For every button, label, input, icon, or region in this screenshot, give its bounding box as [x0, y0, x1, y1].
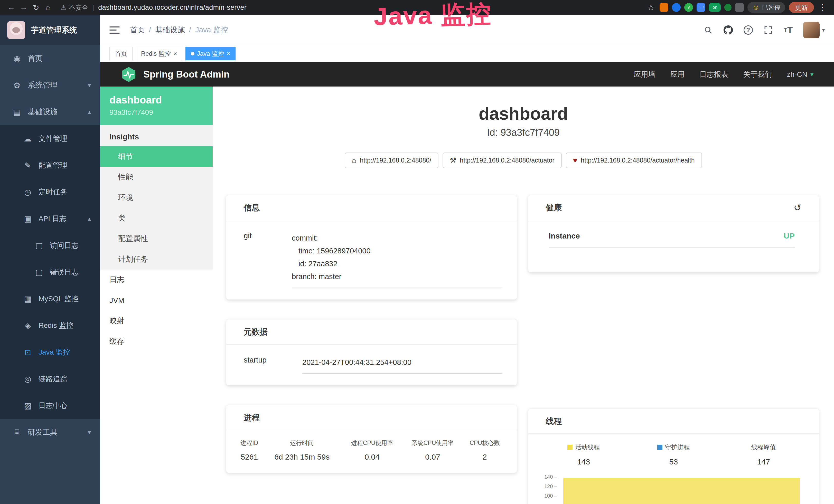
- github-icon[interactable]: [723, 25, 733, 35]
- sba-nav-applications[interactable]: 应用: [671, 70, 685, 79]
- sidebar-item-error-logs[interactable]: ▢ 错误日志: [0, 259, 100, 285]
- sidebar-item-java-monitor[interactable]: ⊡ Java 监控: [0, 339, 100, 366]
- extension-icon[interactable]: v: [684, 3, 693, 12]
- log-center-icon: ▨: [22, 401, 34, 411]
- home-icon[interactable]: ⌂: [42, 3, 54, 12]
- sidebar-item-label: 研发工具: [28, 427, 58, 437]
- history-icon[interactable]: ↺: [794, 202, 802, 213]
- bookmark-star-icon[interactable]: ☆: [647, 3, 655, 12]
- chevron-down-icon: ▾: [822, 27, 825, 33]
- sba-nav-about[interactable]: 关于我们: [743, 70, 772, 79]
- breadcrumb-current: Java 监控: [195, 25, 228, 35]
- sidebar-item-dev-tools[interactable]: ⌸ 研发工具 ▾: [0, 419, 100, 446]
- breadcrumb-infrastructure[interactable]: 基础设施: [155, 25, 185, 35]
- sba-item-details[interactable]: 细节: [100, 146, 213, 167]
- extension-icon[interactable]: ⋮⋮: [697, 3, 705, 12]
- sidebar-item-api-logs[interactable]: ▣ API 日志 ▴: [0, 205, 100, 232]
- sidebar-item-log-center[interactable]: ▨ 日志中心: [0, 392, 100, 419]
- extension-icon[interactable]: [672, 3, 681, 12]
- app-title: 芋道管理系统: [31, 25, 77, 36]
- sidebar-item-infrastructure[interactable]: ▤ 基础设施 ▴: [0, 98, 100, 125]
- infrastructure-submenu: ☁ 文件管理 ✎ 配置管理 ◷ 定时任务 ▣ API 日志 ▴ ▢: [0, 125, 100, 419]
- sidebar-item-file-management[interactable]: ☁ 文件管理: [0, 125, 100, 152]
- chevron-down-icon: ▾: [810, 71, 813, 78]
- sba-nav-wallboard[interactable]: 应用墙: [634, 70, 656, 79]
- sba-navbar: Spring Boot Admin 应用墙 应用 日志报表 关于我们 zh-CN…: [100, 62, 834, 87]
- health-url-button[interactable]: ♥ http://192.168.0.2:48080/actuator/heal…: [566, 153, 702, 168]
- insights-label[interactable]: Insights: [100, 125, 213, 146]
- tab-java-monitor[interactable]: Java 监控 ×: [185, 47, 236, 60]
- tab-redis-monitor[interactable]: Redis 监控 ×: [136, 47, 182, 60]
- sba-item-logs[interactable]: 日志: [100, 270, 213, 290]
- card-title: 健康: [546, 202, 562, 213]
- chevron-up-icon: ▴: [88, 215, 91, 222]
- card-title: 线程: [546, 416, 562, 427]
- extension-icon[interactable]: [724, 4, 731, 11]
- close-icon[interactable]: ×: [226, 50, 230, 57]
- sidebar-item-system[interactable]: ⚙ 系统管理 ▾: [0, 72, 100, 98]
- fullscreen-icon[interactable]: [763, 25, 773, 35]
- hamburger-icon[interactable]: [109, 26, 120, 33]
- sidebar-item-config-management[interactable]: ✎ 配置管理: [0, 152, 100, 179]
- sidebar-item-label: API 日志: [39, 214, 67, 224]
- extension-toggle-icon[interactable]: on: [709, 3, 721, 12]
- user-menu[interactable]: ▾: [803, 22, 825, 38]
- font-size-icon[interactable]: TT: [783, 25, 793, 35]
- sidebar-item-redis-monitor[interactable]: ◈ Redis 监控: [0, 312, 100, 339]
- sba-item-metrics[interactable]: 性能: [100, 167, 213, 187]
- page-subtitle: Id: 93a3fc7f7409: [213, 127, 834, 138]
- sidebar-item-tracing[interactable]: ◎ 链路追踪: [0, 366, 100, 392]
- sba-item-caches[interactable]: 缓存: [100, 331, 213, 352]
- forward-icon[interactable]: →: [18, 3, 30, 12]
- help-icon[interactable]: ?: [743, 25, 753, 35]
- address-bar[interactable]: dashboard.yudao.iocoder.cn/infra/admin-s…: [98, 4, 247, 12]
- back-icon[interactable]: ←: [5, 3, 18, 12]
- breadcrumb-home[interactable]: 首页: [130, 25, 145, 35]
- instance-links: ⌂ http://192.168.0.2:48080/ ⚒ http://192…: [213, 153, 834, 168]
- security-indicator[interactable]: ⚠ 不安全: [61, 3, 88, 12]
- puzzle-extension-icon[interactable]: [735, 3, 744, 12]
- actuator-url-button[interactable]: ⚒ http://192.168.0.2:48080/actuator: [443, 153, 562, 168]
- tab-home[interactable]: 首页: [109, 47, 133, 60]
- trace-icon: ◎: [22, 374, 34, 384]
- error-log-icon: ▢: [33, 268, 45, 277]
- threads-chart: 140 120 100: [539, 474, 809, 504]
- process-table: 进程ID 运行时间 进程CPU使用率 系统CPU使用率 CPU核心数 5261: [237, 439, 506, 461]
- card-title: 进程: [244, 412, 260, 423]
- sba-item-mappings[interactable]: 映射: [100, 311, 213, 331]
- extension-icon[interactable]: [660, 3, 668, 12]
- sidebar-item-scheduled-jobs[interactable]: ◷ 定时任务: [0, 179, 100, 205]
- app-logo-row[interactable]: 芋道管理系统: [0, 15, 100, 45]
- tags-bar: 首页 Redis 监控 × Java 监控 ×: [100, 45, 834, 62]
- locale-select[interactable]: zh-CN ▾: [787, 70, 813, 78]
- sba-item-environment[interactable]: 环境: [100, 187, 213, 208]
- sba-brand[interactable]: Spring Boot Admin: [143, 69, 229, 80]
- sidebar-item-mysql-monitor[interactable]: ▦ MySQL 监控: [0, 285, 100, 312]
- paused-badge[interactable]: ☺ 已暂停: [747, 2, 785, 13]
- sidebar-item-label: 首页: [28, 53, 43, 64]
- service-url-button[interactable]: ⌂ http://192.168.0.2:48080/: [345, 153, 438, 168]
- sba-item-classes[interactable]: 类: [100, 208, 213, 229]
- sidebar-item-home[interactable]: ◉ 首页: [0, 45, 100, 72]
- info-key: git: [244, 232, 292, 288]
- close-icon[interactable]: ×: [173, 50, 177, 57]
- browser-menu-icon[interactable]: ⋮: [816, 3, 829, 12]
- instance-header[interactable]: dashboard 93a3fc7f7409: [100, 87, 213, 125]
- sba-item-jvm[interactable]: JVM: [100, 290, 213, 311]
- sba-content: dashboard Id: 93a3fc7f7409 ⌂ http://192.…: [213, 87, 834, 504]
- update-button[interactable]: 更新: [789, 2, 814, 13]
- smiley-icon: ☺: [752, 3, 760, 12]
- refresh-icon[interactable]: ↻: [30, 3, 42, 12]
- threads-card: 线程 活动线程 守护进: [528, 409, 819, 504]
- access-log-icon: ▢: [33, 241, 45, 250]
- sba-nav-journal[interactable]: 日志报表: [700, 70, 728, 79]
- log-icon: ▣: [22, 214, 34, 224]
- sba-item-config-props[interactable]: 配置属性: [100, 229, 213, 249]
- monitor-icon: ⊡: [22, 348, 34, 357]
- app-logo: [7, 21, 25, 39]
- sidebar-item-access-logs[interactable]: ▢ 访问日志: [0, 232, 100, 259]
- dashboard-icon: ◉: [11, 54, 23, 63]
- live-threads-area: [563, 478, 800, 504]
- sba-item-scheduled-tasks[interactable]: 计划任务: [100, 249, 213, 270]
- search-icon[interactable]: [703, 25, 713, 35]
